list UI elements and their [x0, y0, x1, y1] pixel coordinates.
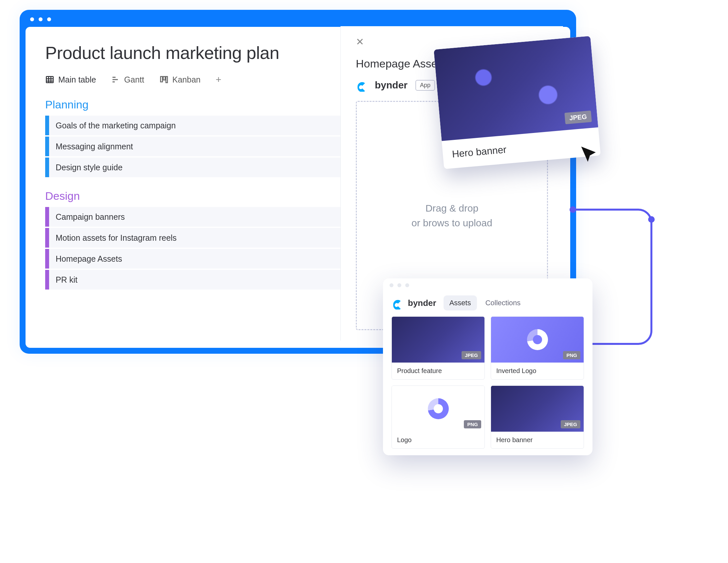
kanban-icon — [159, 75, 169, 84]
integration-name: bynder — [375, 80, 408, 91]
group-title[interactable]: Planning — [45, 98, 88, 111]
bynder-asset-browser: bynder Assets Collections JPEG Product f… — [383, 278, 592, 455]
cursor-icon — [578, 143, 601, 167]
filetype-badge: JPEG — [564, 110, 592, 124]
window-controls — [26, 16, 570, 23]
bynder-logo-icon — [356, 79, 369, 92]
logo-donut-icon — [527, 329, 548, 350]
asset-thumbnail: JPEG — [491, 386, 584, 432]
group-color-stripe — [45, 116, 49, 135]
asset-card[interactable]: PNG Logo — [391, 386, 485, 449]
asset-thumbnail: JPEG — [392, 317, 484, 363]
window-dot — [39, 17, 43, 21]
dragged-asset-card[interactable]: JPEG Hero banner — [434, 36, 601, 169]
filetype-badge: JPEG — [561, 420, 580, 428]
table-icon — [45, 75, 54, 84]
group-color-stripe — [45, 249, 49, 268]
svg-rect-0 — [46, 77, 53, 83]
window-dot — [47, 17, 51, 21]
asset-thumbnail: PNG — [491, 317, 584, 363]
asset-caption: Inverted Logo — [491, 363, 584, 379]
gantt-icon — [111, 75, 120, 84]
logo-donut-icon — [428, 398, 449, 419]
tab-collections[interactable]: Collections — [480, 296, 527, 311]
tab-label: Kanban — [173, 75, 201, 84]
window-controls — [383, 278, 592, 292]
tab-label: Main table — [58, 75, 96, 84]
tab-gantt[interactable]: Gantt — [111, 75, 144, 84]
svg-point-5 — [648, 216, 655, 223]
asset-card[interactable]: JPEG Hero banner — [491, 386, 584, 449]
bynder-logo-icon — [391, 297, 405, 310]
add-view-button[interactable]: + — [216, 74, 222, 85]
tab-assets[interactable]: Assets — [444, 296, 477, 311]
group-color-stripe — [45, 157, 49, 177]
app-chip: App — [415, 80, 435, 91]
group-title[interactable]: Design — [45, 190, 80, 202]
tab-main-table[interactable]: Main table — [45, 75, 96, 84]
asset-card[interactable]: JPEG Product feature — [391, 317, 485, 380]
svg-rect-2 — [163, 77, 165, 80]
tab-kanban[interactable]: Kanban — [159, 75, 201, 84]
svg-rect-3 — [166, 77, 167, 83]
group-color-stripe — [45, 207, 49, 227]
asset-thumbnail: PNG — [392, 386, 484, 432]
group-color-stripe — [45, 136, 49, 156]
asset-card[interactable]: PNG Inverted Logo — [491, 317, 584, 380]
filetype-badge: PNG — [464, 420, 481, 428]
bynder-brand: bynder — [391, 297, 436, 310]
svg-rect-1 — [160, 77, 162, 82]
dropzone-text-line1: Drag & drop — [426, 201, 479, 215]
asset-caption: Product feature — [392, 363, 484, 379]
asset-caption: Logo — [392, 432, 484, 448]
filetype-badge: PNG — [563, 351, 580, 359]
window-dot — [30, 17, 34, 21]
tab-label: Gantt — [124, 75, 144, 84]
group-color-stripe — [45, 270, 49, 290]
dropzone-text-line2: or brows to upload — [411, 215, 492, 230]
asset-caption: Hero banner — [491, 432, 584, 448]
brand-label: bynder — [408, 298, 436, 308]
asset-thumbnail: JPEG — [434, 36, 598, 141]
group-color-stripe — [45, 228, 49, 247]
filetype-badge: JPEG — [462, 351, 481, 359]
